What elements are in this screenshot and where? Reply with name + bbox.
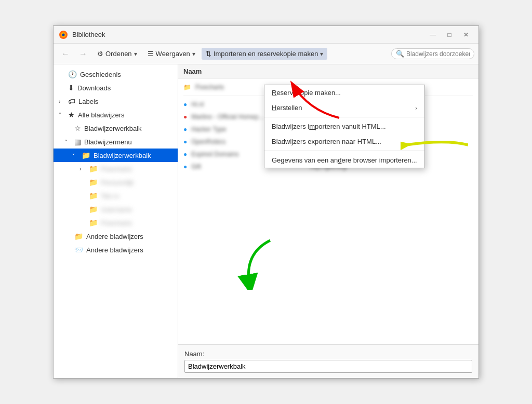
restore-label: Herstellen: [272, 104, 302, 112]
sidebar-item-sub4[interactable]: 📁 Username: [54, 203, 178, 216]
info-label: Naam:: [184, 350, 472, 358]
import-label: Importeren en reservekopie maken: [214, 50, 318, 58]
folder-icon: 📁: [74, 232, 83, 240]
titlebar: Bibliotheek — □ ✕: [54, 26, 478, 44]
clock-icon: 🕐: [68, 70, 77, 78]
views-icon: ☰: [148, 50, 154, 58]
forward-button[interactable]: →: [75, 47, 91, 61]
dropdown-separator-1: [264, 117, 424, 117]
site-icon: ●: [183, 101, 187, 108]
organize-label: Ordenen: [105, 50, 132, 58]
sidebar-item-label: Tek.ro: [101, 192, 119, 200]
folder-icon: 📁: [183, 84, 191, 91]
sidebar-item-label: Labels: [78, 98, 98, 105]
sidebar-item-sub1[interactable]: › 📁 Fivecharts: [54, 162, 178, 176]
main-window: Bibliotheek — □ ✕ ← → ⚙ Ordenen ▾ ☰ Weer…: [53, 25, 479, 379]
main-area: 🕐 Geschiedenis ⬇ Downloads › 🏷 Labels ˅ …: [54, 64, 478, 378]
site-icon: ●: [183, 163, 187, 170]
sidebar-item-label: Andere bladwijzers: [86, 246, 143, 254]
menu-icon: ▦: [74, 138, 81, 146]
organize-chevron: ▾: [134, 50, 137, 58]
sidebar-item-bwb2-selected[interactable]: ˅ 📁 Bladwijzerwerkbalk: [54, 149, 178, 162]
sidebar-item-label: Fivecharts: [101, 219, 132, 227]
tag-icon: 🏷: [68, 97, 75, 105]
minimize-button[interactable]: —: [425, 29, 440, 41]
import-html-label: Bladwijzers importeren vanuit HTML...: [272, 123, 386, 130]
search-icon: 🔍: [396, 50, 404, 58]
sidebar-item-label: Andere bladwijzers: [86, 233, 143, 240]
close-button[interactable]: ✕: [459, 29, 473, 41]
site-icon: ●: [183, 113, 187, 120]
sidebar-item-label: Downloads: [77, 84, 111, 92]
sidebar-item-label: Fivecharts: [101, 165, 132, 173]
expand-arrow: ›: [79, 166, 86, 172]
folder-icon: 📁: [89, 219, 98, 227]
sidebar-item-sub5[interactable]: 📁 Fivecharts: [54, 216, 178, 230]
dropdown-item-backup[interactable]: Reservekopie maken...: [264, 85, 424, 100]
import-button[interactable]: ⇅ Importeren en reservekopie maken ▾: [202, 48, 328, 60]
firefox-icon: [59, 30, 68, 39]
col-naam-header: Naam: [183, 68, 308, 75]
sidebar-item-andere2[interactable]: 📨 Andere bladwijzers: [54, 243, 178, 257]
folder-icon: 📁: [89, 178, 98, 186]
sidebar-item-bwb1[interactable]: ☆ Bladwijzerwerkbalk: [54, 122, 178, 135]
expand-arrow: ˅: [72, 153, 78, 158]
expand-arrow: ˅: [65, 139, 71, 145]
window-title: Bibliotheek: [72, 31, 105, 38]
sidebar-item-label: Alle bladwijzers: [78, 111, 125, 119]
folder-icon: 📁: [89, 192, 98, 200]
sidebar-item-andere1[interactable]: 📁 Andere bladwijzers: [54, 230, 178, 243]
views-label: Weergaven: [156, 50, 190, 58]
info-value-input[interactable]: [184, 360, 472, 373]
back-button[interactable]: ←: [58, 47, 73, 61]
toolbar: ← → ⚙ Ordenen ▾ ☰ Weergaven ▾ ⇅ Importer…: [54, 44, 478, 64]
import-browser-label: Gegevens van een andere browser importer…: [272, 156, 417, 164]
expand-arrow: ›: [59, 99, 65, 104]
dropdown-item-import-html[interactable]: Bladwijzers importeren vanuit HTML...: [264, 119, 424, 134]
views-button[interactable]: ☰ Weergaven ▾: [143, 48, 200, 60]
search-box: 🔍: [391, 48, 474, 59]
search-input[interactable]: [406, 50, 470, 58]
content-area: Reservekopie maken... Herstellen › Bladw…: [178, 64, 478, 378]
site-icon: ●: [183, 126, 187, 133]
svg-point-2: [62, 33, 65, 36]
sidebar-item-labels[interactable]: › 🏷 Labels: [54, 95, 178, 108]
gear-icon: ⚙: [97, 50, 103, 58]
sidebar-item-geschiedenis[interactable]: 🕐 Geschiedenis: [54, 68, 178, 81]
titlebar-controls: — □ ✕: [425, 29, 473, 41]
download-icon: ⬇: [68, 84, 74, 92]
import-chevron: ▾: [320, 50, 323, 58]
sidebar-item-label: Bladwijzermenu: [84, 138, 132, 146]
sidebar-item-label: Geschiedenis: [80, 71, 121, 78]
star-icon: ★: [68, 111, 75, 119]
backup-label: Reservekopie maken...: [272, 89, 341, 97]
info-panel: Naam:: [178, 344, 478, 378]
dropdown-separator-2: [264, 151, 424, 151]
folder-icon: 📁: [89, 205, 98, 213]
organize-button[interactable]: ⚙ Ordenen ▾: [93, 48, 141, 60]
sidebar-item-sub2[interactable]: 📁 Persoonlijk: [54, 176, 178, 189]
folder-icon: 📁: [89, 165, 98, 173]
sidebar-item-alle[interactable]: ˅ ★ Alle bladwijzers: [54, 108, 178, 122]
content-header: Naam: [178, 64, 478, 79]
site-icon: ●: [183, 151, 187, 158]
sidebar-item-downloads[interactable]: ⬇ Downloads: [54, 81, 178, 95]
restore-chevron: ›: [415, 105, 417, 111]
folder-icon: 📁: [82, 151, 90, 159]
inbox-icon: 📨: [74, 246, 83, 254]
maximize-button[interactable]: □: [442, 29, 457, 41]
sidebar-item-label: Bladwijzerwerkbalk: [84, 125, 142, 132]
dropdown-item-import-browser[interactable]: Gegevens van een andere browser importer…: [264, 153, 424, 168]
col-adres-header: [308, 68, 473, 75]
expand-arrow: ˅: [59, 112, 65, 118]
site-icon: ●: [183, 138, 187, 145]
import-icon: ⇅: [206, 50, 211, 58]
sidebar-item-bwm[interactable]: ˅ ▦ Bladwijzermenu: [54, 135, 178, 149]
sidebar: 🕐 Geschiedenis ⬇ Downloads › 🏷 Labels ˅ …: [54, 64, 178, 378]
sidebar-item-label: Persoonlijk: [101, 179, 134, 186]
sidebar-item-sub3[interactable]: 📁 Tek.ro: [54, 189, 178, 203]
dropdown-menu: Reservekopie maken... Herstellen › Bladw…: [264, 85, 425, 168]
dropdown-item-export-html[interactable]: Bladwijzers exporteren naar HTML...: [264, 134, 424, 149]
bookmark-icon: ☆: [74, 124, 81, 132]
dropdown-item-restore[interactable]: Herstellen ›: [264, 100, 424, 115]
